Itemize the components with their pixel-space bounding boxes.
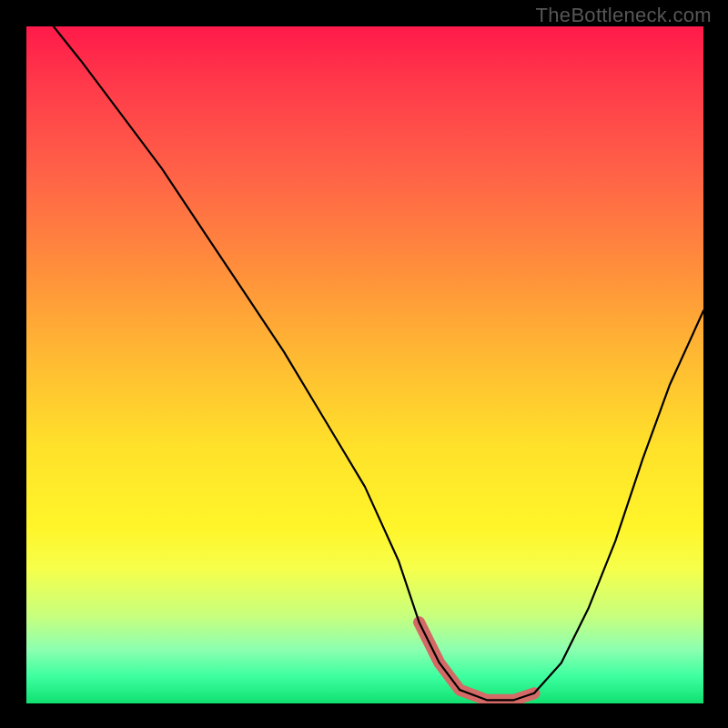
bottleneck-curve (54, 26, 703, 700)
curve-minimum-highlight (420, 622, 535, 701)
curve-plot (26, 26, 703, 703)
attribution-text: TheBottleneck.com (536, 4, 712, 27)
